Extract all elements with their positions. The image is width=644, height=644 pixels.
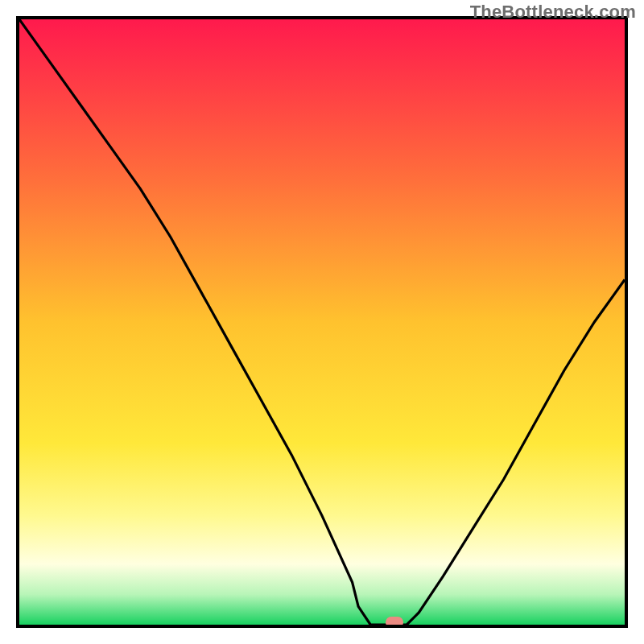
watermark-text: TheBottleneck.com xyxy=(470,2,636,23)
chart-container: TheBottleneck.com xyxy=(0,0,644,644)
plot-area xyxy=(16,16,628,628)
bottleneck-curve xyxy=(19,19,625,625)
optimum-marker xyxy=(386,617,403,628)
